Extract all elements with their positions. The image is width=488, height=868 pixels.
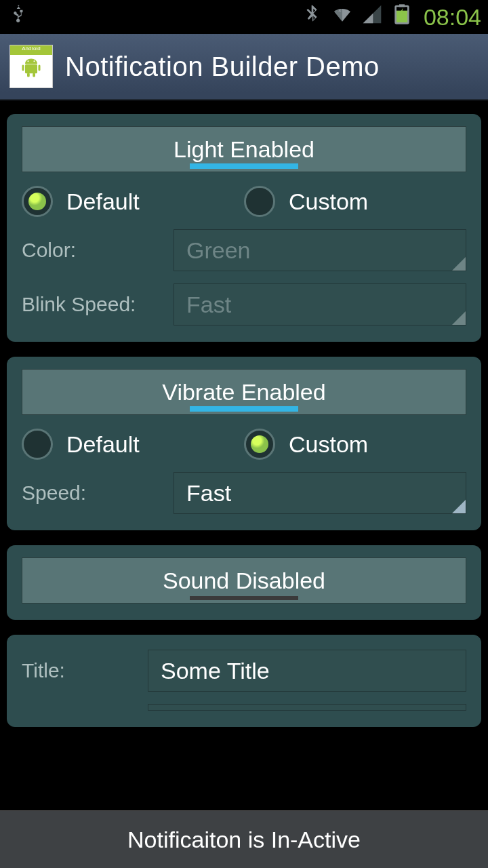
svg-point-9 xyxy=(33,61,35,62)
svg-point-8 xyxy=(27,61,28,62)
notification-status-bar[interactable]: Notificaiton is In-Active xyxy=(0,810,488,868)
light-toggle-label: Light Enabled xyxy=(174,136,314,163)
radio-label: Default xyxy=(66,189,140,215)
dropdown-value: Fast xyxy=(186,480,231,507)
sound-toggle[interactable]: Sound Disabled xyxy=(22,557,466,604)
app-icon: Android xyxy=(9,45,53,88)
hidden-input[interactable] xyxy=(148,704,466,711)
light-blink-label: Blink Speed: xyxy=(22,293,163,316)
battery-charging-icon xyxy=(391,3,413,31)
radio-label: Default xyxy=(66,431,140,458)
chevron-down-icon xyxy=(452,257,466,271)
wifi-icon xyxy=(331,3,353,31)
svg-rect-3 xyxy=(25,64,37,74)
dropdown-value: Fast xyxy=(186,292,231,318)
status-bar: 08:04 xyxy=(0,0,488,34)
light-radio-custom[interactable]: Custom xyxy=(244,186,466,217)
title-value: Some Title xyxy=(161,658,270,684)
title-card: Title: Some Title xyxy=(7,635,481,727)
light-radio-default[interactable]: Default xyxy=(22,186,244,217)
status-clock: 08:04 xyxy=(424,4,481,31)
radio-icon xyxy=(22,186,53,217)
vibrate-card: Vibrate Enabled Default Custom Speed: Fa… xyxy=(7,357,481,530)
svg-rect-7 xyxy=(33,73,35,77)
light-blink-dropdown[interactable]: Fast xyxy=(174,283,466,326)
content-scroll[interactable]: Light Enabled Default Custom Color: Gree… xyxy=(0,102,488,810)
page-title: Notification Builder Demo xyxy=(65,52,380,82)
svg-rect-5 xyxy=(39,65,41,71)
bluetooth-icon xyxy=(302,3,323,31)
radio-icon xyxy=(244,186,275,217)
radio-label: Custom xyxy=(289,431,368,458)
vibrate-toggle-label: Vibrate Enabled xyxy=(162,379,325,406)
title-field-label: Title: xyxy=(22,659,137,682)
signal-icon xyxy=(361,3,383,31)
light-toggle[interactable]: Light Enabled xyxy=(22,126,466,172)
notification-status-text: Notificaiton is In-Active xyxy=(127,827,361,853)
chevron-down-icon xyxy=(452,500,466,513)
sound-card: Sound Disabled xyxy=(7,545,481,620)
sound-toggle-label: Sound Disabled xyxy=(163,568,325,594)
svg-rect-1 xyxy=(399,4,405,7)
svg-rect-4 xyxy=(22,65,24,71)
svg-rect-6 xyxy=(27,73,30,77)
usb-icon xyxy=(7,3,28,31)
radio-icon xyxy=(22,429,53,460)
chevron-down-icon xyxy=(452,311,466,325)
vibrate-speed-label: Speed: xyxy=(22,481,163,505)
action-bar: Android Notification Builder Demo xyxy=(0,34,488,100)
vibrate-radio-default[interactable]: Default xyxy=(22,429,244,460)
dropdown-value: Green xyxy=(186,237,251,264)
vibrate-radio-custom[interactable]: Custom xyxy=(244,429,466,460)
radio-label: Custom xyxy=(289,189,368,215)
light-color-dropdown[interactable]: Green xyxy=(174,229,466,271)
vibrate-speed-dropdown[interactable]: Fast xyxy=(174,472,466,514)
light-color-label: Color: xyxy=(22,239,163,262)
title-input[interactable]: Some Title xyxy=(148,650,466,692)
vibrate-toggle[interactable]: Vibrate Enabled xyxy=(22,369,466,415)
radio-icon xyxy=(244,429,275,460)
light-card: Light Enabled Default Custom Color: Gree… xyxy=(7,114,481,342)
